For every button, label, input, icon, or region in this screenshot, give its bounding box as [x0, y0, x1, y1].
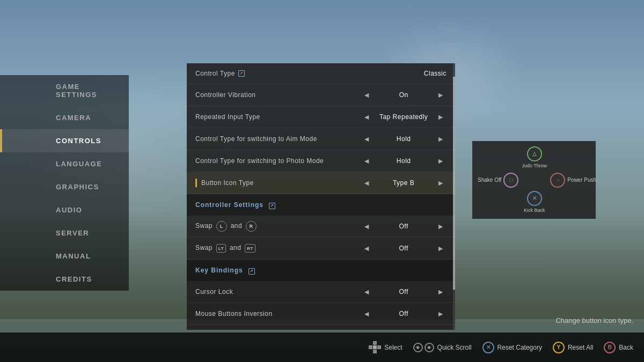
- arrow-right-aim-mode[interactable]: ►: [435, 134, 447, 144]
- hint-label-select: Select: [384, 344, 402, 351]
- action-shake-off: Shake Off: [478, 176, 501, 184]
- arrow-right-vibration[interactable]: ►: [435, 90, 447, 100]
- section-title-keybindings: Key Bindings ↗: [195, 267, 447, 275]
- hint-label-reset-category: Reset Category: [497, 344, 542, 351]
- setting-row-control-type: Control Type ↗ Classic: [187, 63, 455, 84]
- sidebar-item-manual[interactable]: MANUAL: [0, 245, 129, 268]
- setting-control-cursor-lock: ◄ Off ►: [361, 286, 447, 297]
- setting-row-mouse-inversion: Mouse Buttons Inversion ◄ Off ►: [187, 303, 455, 325]
- setting-value-button-icon: Type B: [377, 179, 430, 187]
- setting-value-aim-mode: Hold: [377, 135, 430, 143]
- setting-value-vibration: On: [377, 91, 430, 99]
- setting-label-photo-mode: Control Type for switching to Photo Mode: [195, 157, 361, 165]
- control-type-value: Classic: [424, 70, 447, 77]
- sidebar-item-credits[interactable]: CREDITS: [0, 268, 129, 291]
- arrow-left-swap-ltrt[interactable]: ◄: [361, 243, 372, 254]
- arrow-left-vibration[interactable]: ◄: [361, 90, 372, 100]
- arrow-right-input-type[interactable]: ►: [435, 112, 447, 122]
- setting-control-aim-mode: ◄ Hold ►: [361, 134, 447, 144]
- setting-control-swap-ltrt: ◄ Off ►: [361, 243, 447, 254]
- gold-bar-indicator: [195, 179, 197, 187]
- setting-row-swap-ltrt: Swap LT and RT ◄ Off ►: [187, 238, 455, 260]
- sidebar-item-controls[interactable]: CONTROLS: [0, 129, 129, 152]
- settings-panel: Control Type ↗ Classic Controller Vibrat…: [187, 63, 455, 330]
- arrow-left-cursor-lock[interactable]: ◄: [361, 286, 372, 297]
- setting-label-button-icon: Button Icon Type: [201, 179, 361, 187]
- setting-row-vibration: Controller Vibration ◄ On ►: [187, 84, 455, 106]
- rs-icon: ◉: [425, 343, 434, 352]
- arrow-left-button-icon[interactable]: ◄: [361, 178, 372, 188]
- setting-value-cursor-lock: Off: [377, 288, 430, 295]
- sidebar-item-language[interactable]: LANGUAGE: [0, 152, 129, 175]
- setting-row-photo-mode: Control Type for switching to Photo Mode…: [187, 150, 455, 172]
- sidebar-item-server[interactable]: SERVER: [0, 221, 129, 245]
- bottom-bar: Select ◉ ◉ Quick Scroll ✕ Reset Category…: [0, 333, 644, 362]
- setting-row-scroll-sensitivity: Mouse Scroll Wheel Sensitivity ◄ ►: [187, 325, 455, 330]
- dpad-icon: [369, 341, 381, 353]
- arrow-left-swap-lr[interactable]: ◄: [361, 221, 372, 232]
- b-button-icon: B: [604, 342, 616, 353]
- setting-row-swap-lr: Swap L and R ◄ Off ►: [187, 216, 455, 238]
- sidebar-item-camera[interactable]: CAMERA: [0, 106, 129, 129]
- setting-row-aim-mode: Control Type for switching to Aim Mode ◄…: [187, 128, 455, 150]
- external-link-icon[interactable]: ↗: [238, 70, 245, 77]
- dpad-up: [373, 341, 377, 345]
- ls-icon: ◉: [413, 343, 423, 352]
- setting-row-cursor-lock: Cursor Lock ◄ Off ►: [187, 281, 455, 303]
- arrow-left-photo-mode[interactable]: ◄: [361, 156, 372, 166]
- settings-list: Control Type ↗ Classic Controller Vibrat…: [187, 63, 455, 330]
- setting-control-input-type: ◄ Tap Repeatedly ►: [361, 112, 447, 122]
- dpad-down: [373, 350, 377, 353]
- setting-label-mouse-inversion: Mouse Buttons Inversion: [195, 310, 361, 317]
- action-power-push: Power Push: [567, 176, 596, 184]
- setting-value-mouse-inversion: Off: [377, 310, 430, 317]
- controller-diagram: △ Judo Throw Shake Off □ ○ Power Push ✕ …: [478, 146, 590, 213]
- section-controller-settings: Controller Settings ↗: [187, 194, 455, 216]
- arrow-right-button-icon[interactable]: ►: [435, 178, 447, 188]
- arrow-left-input-type[interactable]: ◄: [361, 112, 372, 122]
- scroll-indicator: [453, 63, 455, 330]
- sidebar-item-audio[interactable]: AUDIO: [0, 198, 129, 221]
- hint-label-back: Back: [619, 344, 633, 351]
- x-button-icon: ✕: [482, 342, 494, 353]
- controller-panel: △ Judo Throw Shake Off □ ○ Power Push ✕ …: [472, 141, 596, 219]
- arrow-left-aim-mode[interactable]: ◄: [361, 134, 372, 144]
- dpad-center: [373, 345, 377, 349]
- arrow-left-mouse-inversion[interactable]: ◄: [361, 308, 372, 319]
- hint-label-quick-scroll: Quick Scroll: [437, 344, 472, 351]
- arrow-right-photo-mode[interactable]: ►: [435, 156, 447, 166]
- setting-control-swap-lr: ◄ Off ►: [361, 221, 447, 232]
- setting-row-button-icon: Button Icon Type ◄ Type B ►: [187, 172, 455, 194]
- btn-circle: ○: [550, 173, 565, 188]
- arrow-right-cursor-lock[interactable]: ►: [435, 286, 447, 297]
- setting-value-input-type: Tap Repeatedly: [377, 113, 430, 121]
- hint-back: B Back: [604, 342, 633, 353]
- setting-label-aim-mode: Control Type for switching to Aim Mode: [195, 135, 361, 143]
- setting-value-swap-lr: Off: [377, 223, 430, 230]
- section-key-bindings: Key Bindings ↗: [187, 260, 455, 281]
- btn-cross: ✕: [527, 191, 542, 206]
- setting-row-input-type: Repeated Input Type ◄ Tap Repeatedly ►: [187, 106, 455, 128]
- hint-quick-scroll: ◉ ◉ Quick Scroll: [413, 343, 472, 352]
- control-type-label: Control Type ↗: [195, 70, 424, 77]
- arrow-right-swap-ltrt[interactable]: ►: [435, 243, 447, 254]
- dpad-left: [369, 345, 372, 349]
- setting-control-button-icon: ◄ Type B ►: [361, 178, 447, 188]
- action-kick-back: Kick Back: [524, 207, 545, 214]
- dpad-right: [377, 345, 381, 349]
- arrow-right-mouse-inversion[interactable]: ►: [435, 308, 447, 319]
- setting-control-mouse-inversion: ◄ Off ►: [361, 308, 447, 319]
- setting-value-photo-mode: Hold: [377, 157, 430, 165]
- arrow-right-swap-lr[interactable]: ►: [435, 221, 447, 232]
- sidebar-item-graphics[interactable]: GRAPHICS: [0, 175, 129, 198]
- external-link-controller-icon[interactable]: ↗: [269, 203, 275, 209]
- setting-label-cursor-lock: Cursor Lock: [195, 288, 361, 295]
- section-title-controller: Controller Settings ↗: [195, 201, 447, 209]
- btn-square: □: [503, 173, 518, 188]
- sidebar-item-game-settings[interactable]: GAME SETTINGS: [0, 75, 129, 106]
- description-text: Change button icon type.: [555, 316, 633, 324]
- external-link-keybindings-icon[interactable]: ↗: [248, 268, 255, 275]
- ls-rs-icons: ◉ ◉: [413, 343, 434, 352]
- setting-control-vibration: ◄ On ►: [361, 90, 447, 100]
- hint-reset-all: Y Reset All: [553, 342, 593, 353]
